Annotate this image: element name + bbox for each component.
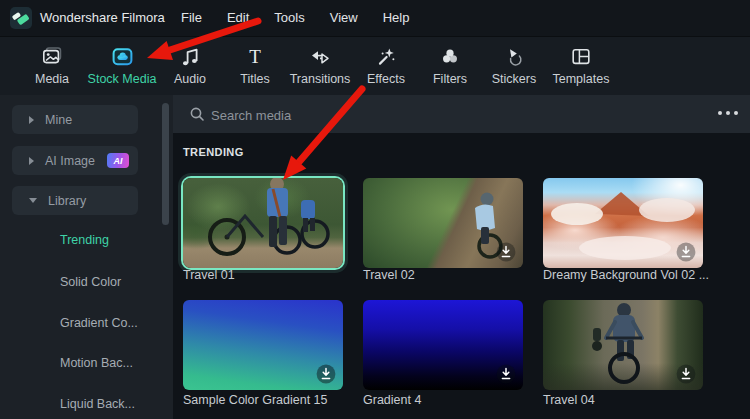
- tab-titles-label: Titles: [218, 72, 292, 86]
- download-icon[interactable]: [316, 364, 336, 384]
- tab-media-label: Media: [15, 72, 89, 86]
- tab-filters-label: Filters: [413, 72, 487, 86]
- media-title: Travel 02: [363, 268, 415, 282]
- download-icon[interactable]: [676, 364, 696, 384]
- bike-scene-graphic: [183, 178, 343, 268]
- sidebar-scrollbar[interactable]: [162, 103, 169, 225]
- more-options-button[interactable]: [718, 111, 738, 115]
- search-bar: [173, 95, 750, 133]
- filmora-logo-icon: [10, 7, 32, 29]
- stickers-icon: [477, 43, 551, 71]
- sidebar-item-liquid-background[interactable]: Liquid Back...: [60, 397, 135, 411]
- stock-media-panel: TRENDING Travel 01: [173, 95, 750, 419]
- tab-templates-label: Templates: [544, 72, 618, 86]
- menu-items: File Edit Tools View Help: [181, 0, 409, 36]
- ai-badge: AI: [107, 153, 129, 168]
- media-thumbnail-gradient-4[interactable]: [363, 300, 523, 390]
- menu-view[interactable]: View: [330, 0, 358, 36]
- svg-text:T: T: [249, 46, 261, 67]
- sidebar-group-mine[interactable]: Mine: [12, 105, 138, 134]
- download-icon[interactable]: [676, 242, 696, 262]
- search-input[interactable]: [209, 102, 513, 128]
- filmora-window: Wondershare Filmora File Edit Tools View…: [0, 0, 750, 419]
- tab-audio[interactable]: Audio: [153, 43, 227, 86]
- sidebar-group-library[interactable]: Library: [12, 186, 138, 215]
- sidebar-group-label: Mine: [45, 113, 72, 127]
- menu-edit[interactable]: Edit: [227, 0, 249, 36]
- tab-media[interactable]: Media: [15, 43, 89, 86]
- menu-bar: Wondershare Filmora File Edit Tools View…: [0, 0, 750, 36]
- chevron-right-icon: [29, 157, 34, 165]
- chevron-down-icon: [29, 198, 37, 203]
- media-thumbnail-dreamy-background[interactable]: [543, 178, 703, 268]
- sidebar-item-trending[interactable]: Trending: [60, 233, 109, 247]
- download-icon[interactable]: [496, 242, 516, 262]
- stock-media-sidebar: Mine AI Image AI Library Trending Solid …: [0, 95, 173, 419]
- tab-transitions-label: Transitions: [283, 72, 357, 86]
- sidebar-group-label: Library: [48, 194, 86, 208]
- media-type-toolbar: Media: [0, 36, 750, 96]
- media-title: Sample Color Gradient 15: [183, 393, 328, 407]
- media-thumbnail-travel-02[interactable]: [363, 178, 523, 268]
- media-thumbnail-travel-01[interactable]: [183, 178, 343, 268]
- tab-filters[interactable]: Filters: [413, 43, 487, 86]
- filters-icon: [413, 43, 487, 71]
- media-title: Travel 04: [543, 393, 595, 407]
- download-icon[interactable]: [496, 364, 516, 384]
- menu-file[interactable]: File: [181, 0, 202, 36]
- sidebar-item-gradient-color[interactable]: Gradient Co...: [60, 316, 138, 330]
- tab-stickers-label: Stickers: [477, 72, 551, 86]
- tab-effects[interactable]: Effects: [349, 43, 423, 86]
- sidebar-item-motion-background[interactable]: Motion Bac...: [60, 356, 133, 370]
- tab-stickers[interactable]: Stickers: [477, 43, 551, 86]
- tab-audio-label: Audio: [153, 72, 227, 86]
- titles-icon: T: [218, 43, 292, 71]
- tab-titles[interactable]: T Titles: [218, 43, 292, 86]
- transitions-icon: [283, 43, 357, 71]
- media-thumbnail-travel-04[interactable]: [543, 300, 703, 390]
- media-title: Travel 01: [183, 268, 235, 282]
- tab-stock-media[interactable]: Stock Media: [85, 43, 159, 86]
- media-title: Gradient 4: [363, 393, 421, 407]
- tab-transitions[interactable]: Transitions: [283, 43, 357, 86]
- media-title: Dreamy Background Vol 02 ...: [543, 268, 709, 282]
- menu-tools[interactable]: Tools: [274, 0, 304, 36]
- tab-stock-media-label: Stock Media: [85, 72, 159, 86]
- tab-templates[interactable]: Templates: [544, 43, 618, 86]
- media-thumbnail-color-gradient-15[interactable]: [183, 300, 343, 390]
- more-options-icon: [718, 111, 722, 115]
- sidebar-item-solid-color[interactable]: Solid Color: [60, 275, 121, 289]
- sidebar-group-ai-image[interactable]: AI Image AI: [12, 146, 138, 175]
- templates-icon: [544, 43, 618, 71]
- stock-media-icon: [85, 43, 159, 71]
- tab-effects-label: Effects: [349, 72, 423, 86]
- menu-help[interactable]: Help: [383, 0, 410, 36]
- media-icon: [15, 43, 89, 71]
- sidebar-group-label: AI Image: [45, 154, 95, 168]
- audio-icon: [153, 43, 227, 71]
- chevron-right-icon: [29, 116, 34, 124]
- effects-icon: [349, 43, 423, 71]
- section-title: TRENDING: [183, 146, 244, 158]
- search-icon: [188, 105, 206, 123]
- app-title: Wondershare Filmora: [40, 0, 165, 36]
